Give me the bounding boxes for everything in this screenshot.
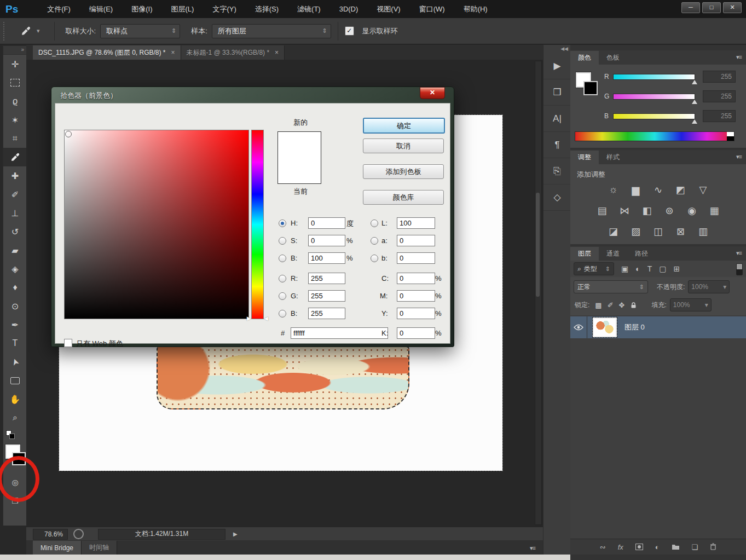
menu-edit[interactable]: 编辑(E) bbox=[80, 0, 122, 18]
zoom-level[interactable]: 78.6% bbox=[33, 529, 68, 540]
panel-menu-icon[interactable]: ▾≡ bbox=[736, 250, 742, 257]
zoom-tool[interactable]: ⌕ bbox=[3, 408, 27, 427]
paint-bucket-tool[interactable]: ◈ bbox=[3, 259, 27, 278]
h-radio[interactable] bbox=[279, 220, 286, 227]
tab-swatches[interactable]: 色板 bbox=[599, 51, 627, 65]
filter-adjustment-icon[interactable]: ◐ bbox=[635, 264, 640, 273]
white-swatch[interactable] bbox=[727, 132, 734, 136]
selective-color-icon[interactable]: ⊠ bbox=[674, 226, 687, 238]
pen-tool[interactable]: ✒ bbox=[3, 315, 27, 334]
vibrance-icon[interactable]: ▽ bbox=[697, 184, 710, 196]
tab-styles[interactable]: 样式 bbox=[599, 151, 627, 164]
blend-mode-dropdown[interactable]: 正常 ⇕ bbox=[574, 280, 648, 293]
delete-layer-icon[interactable] bbox=[710, 543, 716, 551]
b-value[interactable]: 255 bbox=[703, 110, 736, 122]
r-radio[interactable] bbox=[279, 275, 286, 282]
g-input[interactable] bbox=[308, 290, 345, 302]
menu-layer[interactable]: 图层(L) bbox=[161, 0, 203, 18]
hue-slider-thumb[interactable]: ▶ bbox=[247, 315, 251, 321]
lasso-tool[interactable]: ϱ bbox=[3, 92, 27, 111]
ok-button[interactable]: 确定 bbox=[363, 118, 445, 134]
paragraph-panel-button[interactable]: ¶ bbox=[543, 132, 571, 158]
panel-color-swatches[interactable] bbox=[576, 72, 598, 95]
layer-row-selected[interactable]: 图层 0 bbox=[570, 316, 746, 338]
status-arrow-icon[interactable]: ▶ bbox=[233, 531, 238, 537]
character-panel-button[interactable]: A| bbox=[543, 106, 571, 132]
fill-value[interactable]: 100% ▾ bbox=[670, 298, 712, 311]
tab-color[interactable]: 颜色 bbox=[570, 51, 599, 65]
healing-brush-tool[interactable]: ✚ bbox=[3, 166, 27, 185]
opacity-value[interactable]: 100% ▾ bbox=[688, 280, 730, 293]
current-tool-chip[interactable]: ▾ bbox=[21, 26, 40, 36]
k-input[interactable] bbox=[397, 327, 435, 339]
layer-name[interactable]: 图层 0 bbox=[624, 322, 645, 332]
b2-input[interactable] bbox=[308, 308, 345, 319]
menu-help[interactable]: 帮助(H) bbox=[454, 0, 497, 18]
g-radio[interactable] bbox=[279, 292, 286, 300]
history-brush-tool[interactable]: ↺ bbox=[3, 222, 27, 241]
close-button[interactable]: ✕ bbox=[723, 2, 742, 13]
exposure-icon[interactable]: ◩ bbox=[674, 184, 687, 196]
expand-panels-icon[interactable]: ◀◀ bbox=[543, 45, 571, 53]
menu-view[interactable]: 视图(V) bbox=[367, 0, 409, 18]
background-color-swatch[interactable] bbox=[583, 81, 598, 95]
sample-size-dropdown[interactable]: 取样点 ⇕ bbox=[100, 24, 180, 38]
tab-close-icon[interactable]: × bbox=[275, 49, 279, 56]
posterize-icon[interactable]: ▨ bbox=[629, 226, 643, 238]
b-slider-thumb[interactable] bbox=[692, 119, 697, 124]
h-input[interactable] bbox=[308, 217, 345, 229]
levels-icon[interactable]: ▆ bbox=[629, 184, 643, 196]
a-radio[interactable] bbox=[371, 237, 378, 245]
path-select-tool[interactable]: ➤ bbox=[3, 353, 27, 371]
dialog-close-button[interactable]: ✕ bbox=[420, 87, 445, 99]
layer-visibility-toggle[interactable] bbox=[570, 316, 587, 338]
brush-tool[interactable]: ✐ bbox=[3, 185, 27, 204]
menu-image[interactable]: 图像(I) bbox=[122, 0, 161, 18]
tab-mini-bridge[interactable]: Mini Bridge bbox=[33, 541, 82, 555]
options-grip[interactable] bbox=[3, 22, 8, 41]
link-layers-icon[interactable]: ∾ bbox=[600, 543, 606, 551]
black-swatch[interactable] bbox=[727, 136, 734, 141]
3d-panel-button[interactable]: ◇ bbox=[543, 184, 571, 211]
canvas-scrollbar[interactable] bbox=[535, 61, 542, 525]
layer-style-icon[interactable]: fx bbox=[618, 543, 623, 551]
color-balance-icon[interactable]: ⋈ bbox=[618, 205, 631, 217]
g-slider-thumb[interactable] bbox=[692, 100, 697, 104]
channel-mixer-icon[interactable]: ◉ bbox=[685, 205, 698, 217]
cancel-button[interactable]: 取消 bbox=[363, 138, 444, 153]
hand-tool[interactable]: ✋ bbox=[3, 390, 27, 408]
l-radio[interactable] bbox=[371, 220, 378, 227]
y-input[interactable] bbox=[397, 308, 435, 319]
s-input[interactable] bbox=[308, 235, 345, 246]
add-to-swatches-button[interactable]: 添加到色板 bbox=[363, 164, 444, 179]
type-tool[interactable]: T bbox=[3, 334, 27, 353]
hex-input[interactable] bbox=[291, 327, 388, 339]
selected-image-object[interactable] bbox=[157, 346, 409, 409]
g-slider[interactable] bbox=[613, 94, 695, 100]
invert-icon[interactable]: ◪ bbox=[607, 226, 620, 238]
lock-position-icon[interactable]: ✥ bbox=[619, 301, 625, 309]
tool-presets-panel-button[interactable]: ❒ bbox=[543, 79, 571, 106]
maximize-button[interactable]: □ bbox=[702, 2, 721, 13]
web-colors-checkbox[interactable] bbox=[64, 339, 72, 347]
layer-thumbnail[interactable] bbox=[593, 317, 617, 337]
tab-paths[interactable]: 路径 bbox=[627, 247, 656, 261]
eraser-tool[interactable]: ▰ bbox=[3, 241, 27, 259]
color-field[interactable] bbox=[64, 130, 249, 319]
show-ring-checkbox[interactable]: ✓ bbox=[345, 26, 354, 36]
lock-transparent-icon[interactable]: ▩ bbox=[595, 301, 602, 309]
color-libraries-button[interactable]: 颜色库 bbox=[363, 190, 444, 205]
actions-panel-button[interactable]: ▶ bbox=[543, 53, 571, 79]
gradient-map-icon[interactable]: ▥ bbox=[697, 226, 710, 238]
menu-window[interactable]: 窗口(W) bbox=[410, 0, 454, 18]
lock-paint-icon[interactable]: ✐ bbox=[608, 301, 614, 309]
b-slider[interactable] bbox=[613, 113, 695, 119]
hue-slider[interactable]: ▶ ◀ bbox=[251, 130, 264, 319]
tab-layers[interactable]: 图层 bbox=[570, 247, 599, 261]
menu-select[interactable]: 选择(S) bbox=[246, 0, 288, 18]
dodge-tool[interactable]: ⊙ bbox=[3, 297, 27, 315]
color-ramp[interactable] bbox=[575, 131, 735, 141]
eyedropper-tool[interactable] bbox=[3, 148, 27, 166]
document-tab-inactive[interactable]: 未标题-1 @ 33.3%(RGB/8) * × bbox=[181, 45, 285, 60]
menu-file[interactable]: 文件(F) bbox=[38, 0, 80, 18]
